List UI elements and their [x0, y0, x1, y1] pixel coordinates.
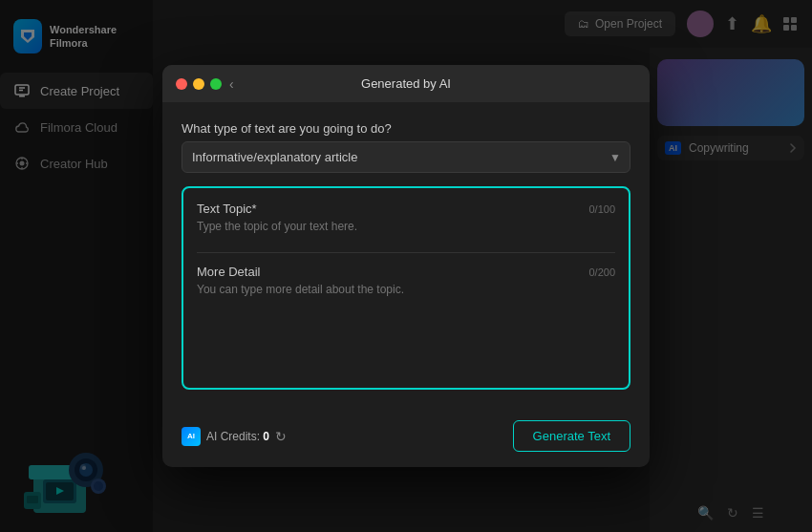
text-topic-input[interactable] — [197, 216, 615, 237]
dialog-footer: AI AI Credits: 0 ↻ Generate Text — [162, 409, 650, 467]
ai-credits-label: AI Credits: 0 — [206, 430, 269, 443]
more-detail-header: More Detail 0/200 — [197, 265, 615, 279]
generate-text-button[interactable]: Generate Text — [513, 420, 630, 452]
dialog-overlay: ‹ Generated by AI What type of text are … — [0, 0, 812, 532]
more-detail-input[interactable] — [197, 279, 615, 374]
text-topic-label: Text Topic* — [197, 202, 257, 216]
ai-credits-area: AI AI Credits: 0 ↻ — [182, 427, 287, 446]
text-type-select[interactable]: Informative/explanatory articleStory/nar… — [182, 141, 630, 173]
dialog-body: What type of text are you going to do? I… — [162, 102, 650, 409]
dialog-title: Generated by AI — [361, 76, 451, 91]
ai-credits-value: 0 — [263, 430, 269, 443]
text-input-area: Text Topic* 0/100 More Detail 0/200 — [182, 186, 630, 390]
text-type-select-wrapper: Informative/explanatory articleStory/nar… — [182, 141, 630, 173]
credits-refresh-icon[interactable]: ↻ — [275, 429, 287, 444]
close-button[interactable] — [176, 78, 187, 90]
minimize-button[interactable] — [193, 78, 204, 90]
more-detail-section: More Detail 0/200 — [197, 265, 615, 374]
app-container: Wondershare Filmora Create Project Filmo — [0, 0, 812, 532]
text-topic-header: Text Topic* 0/100 — [197, 202, 615, 216]
dialog-back-button[interactable]: ‹ — [229, 76, 234, 92]
traffic-lights — [176, 78, 222, 90]
more-detail-label: More Detail — [197, 265, 260, 279]
more-detail-count: 0/200 — [588, 266, 615, 278]
text-type-group: What type of text are you going to do? I… — [182, 121, 630, 173]
text-topic-section: Text Topic* 0/100 — [197, 202, 615, 253]
dialog-titlebar: ‹ Generated by AI — [162, 65, 650, 102]
text-topic-count: 0/100 — [588, 203, 615, 215]
maximize-button[interactable] — [210, 78, 222, 90]
text-type-label: What type of text are you going to do? — [182, 121, 630, 136]
ai-icon: AI — [182, 427, 201, 446]
generated-by-ai-dialog: ‹ Generated by AI What type of text are … — [162, 65, 650, 467]
